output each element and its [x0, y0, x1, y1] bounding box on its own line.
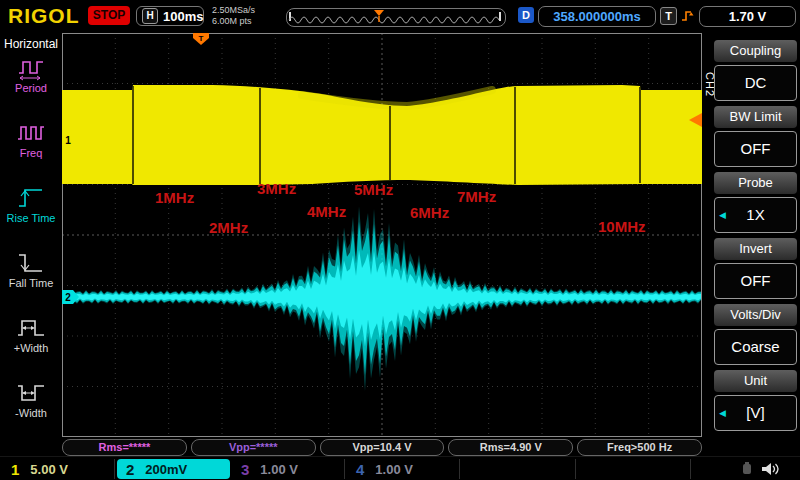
timebase-value: 100ms: [163, 9, 203, 24]
measure-sidebar: Horizontal Period Freq Rise Time: [0, 33, 62, 437]
coupling-button[interactable]: DC: [714, 65, 797, 101]
channel-4-scale: 1.00 V: [375, 462, 413, 477]
svg-text:T: T: [199, 34, 204, 43]
measurement-item: Rms=4.90 V: [448, 439, 573, 456]
sidebar-item-label: Period: [0, 82, 62, 94]
freq-annotation: 10MHz: [598, 218, 646, 235]
trigger-slope-icon: [681, 9, 695, 23]
freq-annotation: 4MHz: [307, 203, 346, 220]
timebase-readout: H 100ms: [136, 6, 204, 26]
left-arrow-icon: ◀: [719, 198, 726, 232]
channel-menu: CH2 Coupling DC BW Limit OFF Probe ◀1X I…: [704, 33, 800, 456]
svg-text:2: 2: [65, 292, 71, 303]
svg-text:1: 1: [65, 135, 71, 146]
brand-logo: RIGOL: [8, 4, 80, 28]
freq-annotation: 1MHz: [155, 189, 194, 206]
sidebar-item-label: Fall Time: [0, 277, 62, 289]
probe-value: 1X: [746, 206, 764, 223]
menu-section-volts-div: Volts/Div Coarse: [714, 304, 797, 365]
freq-icon: [16, 120, 46, 146]
measurement-item: Freq>500 Hz: [577, 439, 702, 456]
unit-value: [V]: [746, 404, 764, 421]
channel-1-block[interactable]: 1 5.00 V: [2, 459, 115, 479]
delay-d-icon: D: [518, 7, 534, 23]
fall-time-icon: [16, 250, 46, 276]
waveform-position-widget[interactable]: [286, 8, 506, 27]
channel-2-scale: 200mV: [145, 462, 187, 477]
channel-status-bar: 1 5.00 V 2 200mV 3 1.00 V 4 1.00 V: [0, 456, 800, 480]
channel-4-number: 4: [356, 461, 364, 478]
freq-annotation: 7MHz: [457, 188, 496, 205]
menu-section-label: Unit: [714, 370, 797, 392]
sidebar-item-label: -Width: [0, 407, 62, 419]
channel-3-scale: 1.00 V: [260, 462, 298, 477]
measurement-item: Vpp=10.4 V: [320, 439, 445, 456]
memory-depth: 6.00M pts: [212, 16, 255, 27]
oscilloscope-screen: RIGOL STOP H 100ms 2.50MSa/s 6.00M pts D…: [0, 0, 800, 480]
sidebar-item-label: +Width: [0, 342, 62, 354]
menu-section-unit: Unit ◀[V]: [714, 370, 797, 431]
plus-width-icon: [16, 315, 46, 341]
menu-section-probe: Probe ◀1X: [714, 172, 797, 233]
rise-time-icon: [16, 185, 46, 211]
channel-2-block[interactable]: 2 200mV: [117, 459, 230, 479]
top-bar: RIGOL STOP H 100ms 2.50MSa/s 6.00M pts D…: [0, 0, 800, 33]
message-area: [462, 459, 576, 479]
menu-section-label: BW Limit: [714, 106, 797, 128]
sidebar-item-minus-width[interactable]: -Width: [0, 378, 62, 440]
sidebar-item-plus-width[interactable]: +Width: [0, 313, 62, 375]
invert-button[interactable]: OFF: [714, 263, 797, 299]
menu-section-coupling: Coupling DC: [714, 40, 797, 101]
position-waveform-icon: [287, 9, 503, 24]
measurement-item: Rms=*****: [62, 439, 187, 456]
left-arrow-icon: ◀: [719, 396, 726, 430]
freq-annotation: 2MHz: [209, 219, 248, 236]
channel-3-number: 3: [241, 461, 249, 478]
menu-section-invert: Invert OFF: [714, 238, 797, 299]
probe-button[interactable]: ◀1X: [714, 197, 797, 233]
measurement-bar: Rms=***** Vpp=***** Vpp=10.4 V Rms=4.90 …: [62, 439, 702, 455]
menu-section-label: Coupling: [714, 40, 797, 62]
trigger-level-readout: 1.70 V: [699, 6, 796, 27]
menu-section-bw-limit: BW Limit OFF: [714, 106, 797, 167]
menu-section-label: Volts/Div: [714, 304, 797, 326]
message-area: [577, 459, 691, 479]
horizontal-h-icon: H: [142, 8, 158, 24]
sidebar-item-label: Rise Time: [0, 212, 62, 224]
trigger-position-marker[interactable]: T: [193, 33, 209, 45]
acquisition-readout: 2.50MSa/s 6.00M pts: [212, 5, 255, 27]
freq-annotation: 6MHz: [410, 204, 449, 221]
channel-4-block[interactable]: 4 1.00 V: [347, 459, 460, 479]
sidebar-item-label: Freq: [0, 147, 62, 159]
sidebar-title: Horizontal: [0, 33, 62, 51]
channel-3-block[interactable]: 3 1.00 V: [232, 459, 345, 479]
freq-annotation: 5MHz: [354, 181, 393, 198]
channel-2-number: 2: [126, 461, 134, 478]
waveform-display: T 1 2 1MHz 2MHz 3MHz 4MHz 5MHz 6MHz 7MHz…: [62, 33, 702, 437]
measurement-item: Vpp=*****: [191, 439, 316, 456]
usb-icon: [740, 461, 754, 477]
waveform-canvas: T 1 2: [62, 33, 702, 437]
delay-readout: 358.000000ms: [538, 6, 656, 27]
freq-annotation: 3MHz: [257, 180, 296, 197]
channel-1-number: 1: [11, 461, 19, 478]
menu-section-label: Probe: [714, 172, 797, 194]
sidebar-item-fall-time[interactable]: Fall Time: [0, 248, 62, 310]
run-status-badge[interactable]: STOP: [88, 6, 130, 25]
volts-div-button[interactable]: Coarse: [714, 329, 797, 365]
sidebar-item-period[interactable]: Period: [0, 53, 62, 115]
menu-section-label: Invert: [714, 238, 797, 260]
bw-limit-button[interactable]: OFF: [714, 131, 797, 167]
sample-rate: 2.50MSa/s: [212, 5, 255, 16]
unit-button[interactable]: ◀[V]: [714, 395, 797, 431]
speaker-icon: [760, 461, 780, 477]
minus-width-icon: [16, 380, 46, 406]
period-icon: [16, 55, 46, 81]
sidebar-item-rise-time[interactable]: Rise Time: [0, 183, 62, 245]
sidebar-item-freq[interactable]: Freq: [0, 118, 62, 180]
trigger-t-icon: T: [660, 7, 677, 25]
channel-1-scale: 5.00 V: [30, 462, 68, 477]
